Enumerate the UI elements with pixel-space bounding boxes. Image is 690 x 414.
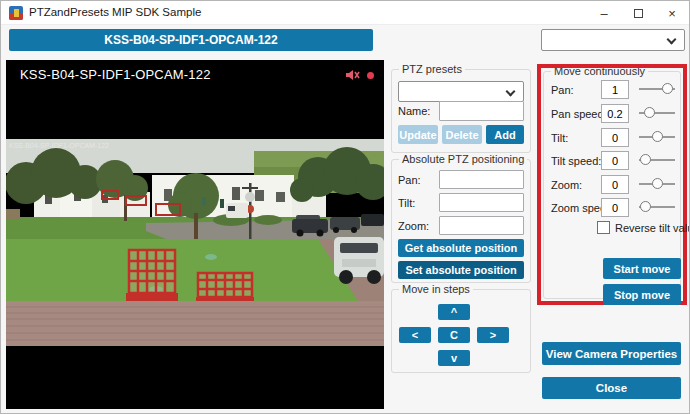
step-left-button[interactable]: < xyxy=(399,327,431,343)
abs-tilt-input[interactable] xyxy=(439,193,524,212)
tilt-speed-slider[interactable] xyxy=(639,154,675,166)
tilt-slider[interactable] xyxy=(639,131,675,143)
maximize-icon xyxy=(634,9,643,18)
absolute-ptz-title: Absolute PTZ positioning xyxy=(399,153,527,165)
zoom-slider[interactable] xyxy=(639,178,675,190)
close-window-button[interactable]: × xyxy=(655,1,689,25)
set-absolute-position-button[interactable]: Set absolute position xyxy=(398,261,524,279)
tilt-speed-input[interactable] xyxy=(601,151,629,170)
pan-speed-input[interactable] xyxy=(601,104,629,123)
pan-slider-thumb[interactable] xyxy=(662,83,673,94)
pan-row: Pan: xyxy=(543,80,681,102)
camera-select-dropdown[interactable] xyxy=(541,29,685,51)
abs-pan-label: Pan: xyxy=(398,174,421,186)
zoom-speed-row: Zoom speed: xyxy=(543,198,681,220)
video-osd-text: KSS-B04-SP-IDF1-OPCAM-122 xyxy=(9,142,109,149)
pan-speed-row: Pan speed: xyxy=(543,104,681,126)
step-down-button[interactable]: v xyxy=(438,350,470,366)
app-window: PTZandPresets MIP SDK Sample – × KSS-B04… xyxy=(0,0,690,414)
move-in-steps-title: Move in steps xyxy=(399,283,473,295)
abs-zoom-input[interactable] xyxy=(439,216,524,235)
pan-speed-slider[interactable] xyxy=(639,107,675,119)
ptz-presets-title: PTZ presets xyxy=(399,63,465,75)
reverse-tilt-checkbox[interactable] xyxy=(597,221,610,234)
preset-name-label: Name: xyxy=(398,105,430,117)
minimize-button[interactable]: – xyxy=(587,1,621,25)
device-name-button[interactable]: KSS-B04-SP-IDF1-OPCAM-122 xyxy=(9,29,373,51)
video-frame: KSS-B04-SP-IDF1-OPCAM-122 xyxy=(6,139,384,346)
record-dot-icon xyxy=(367,72,374,79)
video-status-icons xyxy=(346,69,374,81)
view-camera-properties-button[interactable]: View Camera Properties xyxy=(542,342,681,365)
abs-zoom-label: Zoom: xyxy=(398,220,429,232)
pan-speed-label: Pan speed: xyxy=(551,108,607,120)
reverse-tilt-row: Reverse tilt values xyxy=(597,221,690,234)
chevron-down-icon xyxy=(667,35,677,45)
tilt-input[interactable] xyxy=(601,128,629,147)
zoom-row: Zoom: xyxy=(543,175,681,197)
title-bar: PTZandPresets MIP SDK Sample – × xyxy=(1,1,689,25)
chevron-down-icon xyxy=(506,87,516,97)
tilt-speed-label: Tilt speed: xyxy=(551,155,601,167)
pan-label: Pan: xyxy=(551,84,574,96)
window-title: PTZandPresets MIP SDK Sample xyxy=(29,6,201,18)
zoom-label: Zoom: xyxy=(551,179,582,191)
delete-preset-button[interactable]: Delete xyxy=(442,125,482,144)
abs-tilt-label: Tilt: xyxy=(398,197,415,209)
zoom-input[interactable] xyxy=(601,175,629,194)
close-button[interactable]: Close xyxy=(542,377,681,399)
zoom-speed-slider-thumb[interactable] xyxy=(640,201,651,212)
start-move-button[interactable]: Start move xyxy=(603,258,681,279)
step-center-button[interactable]: C xyxy=(438,327,470,343)
video-camera-title: KSS-B04-SP-IDF1-OPCAM-122 xyxy=(20,67,211,82)
preset-dropdown[interactable] xyxy=(398,81,524,102)
tilt-speed-slider-thumb[interactable] xyxy=(640,154,651,165)
video-panel: KSS-B04-SP-IDF1-OPCAM-122 xyxy=(6,60,384,409)
add-preset-button[interactable]: Add xyxy=(486,125,524,144)
abs-pan-input[interactable] xyxy=(439,170,524,189)
move-continuously-title: Move continuously xyxy=(551,65,648,77)
step-right-button[interactable]: > xyxy=(477,327,509,343)
maximize-button[interactable] xyxy=(621,1,655,25)
pan-input[interactable] xyxy=(601,80,629,99)
tilt-row: Tilt: xyxy=(543,128,681,150)
zoom-speed-input[interactable] xyxy=(601,198,629,217)
app-icon xyxy=(9,6,23,20)
audio-muted-icon xyxy=(346,69,360,81)
pan-speed-slider-thumb[interactable] xyxy=(644,107,655,118)
update-preset-button[interactable]: Update xyxy=(398,125,438,144)
reverse-tilt-label: Reverse tilt values xyxy=(615,222,690,234)
preset-name-input[interactable] xyxy=(439,101,524,121)
pan-slider[interactable] xyxy=(639,83,675,95)
step-up-button[interactable]: ^ xyxy=(438,304,470,320)
tilt-label: Tilt: xyxy=(551,132,568,144)
tilt-speed-row: Tilt speed: xyxy=(543,151,681,173)
zoom-slider-thumb[interactable] xyxy=(652,178,663,189)
zoom-speed-slider[interactable] xyxy=(639,201,675,213)
tilt-slider-thumb[interactable] xyxy=(652,131,663,142)
stop-move-button[interactable]: Stop move xyxy=(603,284,681,305)
get-absolute-position-button[interactable]: Get absolute position xyxy=(398,239,524,257)
